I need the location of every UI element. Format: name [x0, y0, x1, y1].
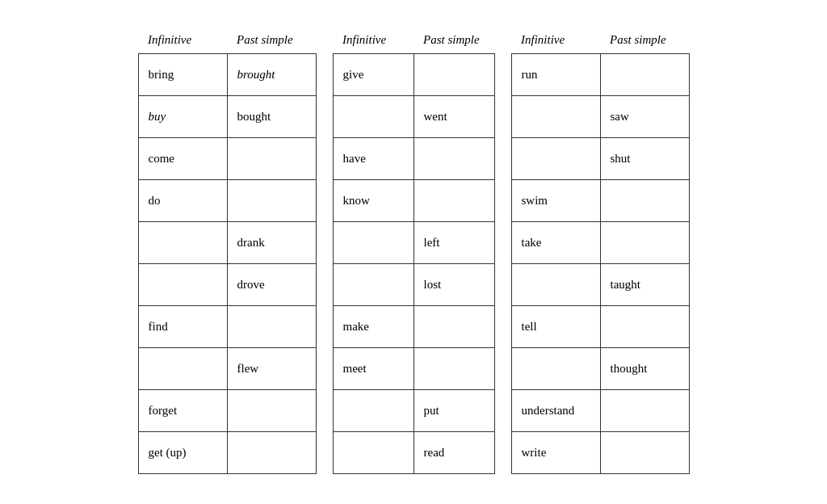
past-simple-cell: flew [227, 348, 316, 390]
table-row: put [333, 390, 494, 432]
past-simple-cell [227, 180, 316, 222]
table-row: bringbrought [138, 54, 316, 96]
table-row: read [333, 432, 494, 474]
infinitive-cell: come [138, 138, 227, 180]
table-row: buybought [138, 96, 316, 138]
past-simple-cell [600, 306, 689, 348]
table-row: flew [138, 348, 316, 390]
table-row: lost [333, 264, 494, 306]
past-simple-cell [227, 432, 316, 474]
infinitive-cell [333, 96, 414, 138]
table-row: taught [511, 264, 689, 306]
infinitive-cell: make [333, 306, 414, 348]
infinitive-cell: run [511, 54, 600, 96]
infinitive-cell: know [333, 180, 414, 222]
infinitive-cell: swim [511, 180, 600, 222]
table-row: went [333, 96, 494, 138]
table-row: swim [511, 180, 689, 222]
past-simple-cell: shut [600, 138, 689, 180]
past-simple-cell: drove [227, 264, 316, 306]
infinitive-cell [333, 390, 414, 432]
table-row: left [333, 222, 494, 264]
page-container: Infinitive Past simple bringbroughtbuybo… [0, 14, 827, 490]
table-row: shut [511, 138, 689, 180]
infinitive-cell [138, 222, 227, 264]
past-simple-cell: bought [227, 96, 316, 138]
table-row: drove [138, 264, 316, 306]
table-row: get (up) [138, 432, 316, 474]
past-simple-cell [600, 432, 689, 474]
past-simple-cell: read [414, 432, 494, 474]
infinitive-cell [333, 432, 414, 474]
infinitive-cell: give [333, 54, 414, 96]
infinitive-cell: find [138, 306, 227, 348]
verb-table-2: Infinitive Past simple givewenthaveknowl… [333, 30, 495, 474]
past-simple-cell: left [414, 222, 494, 264]
header-infinitive-3: Infinitive [511, 30, 600, 54]
table-row: make [333, 306, 494, 348]
infinitive-cell: do [138, 180, 227, 222]
past-simple-cell [227, 138, 316, 180]
infinitive-cell: take [511, 222, 600, 264]
past-simple-cell [600, 180, 689, 222]
table-row: saw [511, 96, 689, 138]
past-simple-cell: taught [600, 264, 689, 306]
infinitive-cell: buy [138, 96, 227, 138]
header-past-2: Past simple [414, 30, 494, 54]
past-simple-cell [600, 390, 689, 432]
infinitive-cell: get (up) [138, 432, 227, 474]
verb-table-1: Infinitive Past simple bringbroughtbuybo… [138, 30, 317, 474]
table-row: do [138, 180, 316, 222]
past-simple-cell [414, 138, 494, 180]
past-simple-cell: thought [600, 348, 689, 390]
past-simple-cell: saw [600, 96, 689, 138]
table-row: come [138, 138, 316, 180]
infinitive-cell: meet [333, 348, 414, 390]
past-simple-cell [414, 54, 494, 96]
past-simple-cell [600, 54, 689, 96]
table-row: tell [511, 306, 689, 348]
past-simple-cell: brought [227, 54, 316, 96]
past-simple-cell: put [414, 390, 494, 432]
infinitive-cell: bring [138, 54, 227, 96]
past-simple-cell: drank [227, 222, 316, 264]
table-row: run [511, 54, 689, 96]
header-past-1: Past simple [227, 30, 316, 54]
table-row: thought [511, 348, 689, 390]
infinitive-cell: forget [138, 390, 227, 432]
table-row: give [333, 54, 494, 96]
infinitive-cell: write [511, 432, 600, 474]
header-infinitive-1: Infinitive [138, 30, 227, 54]
infinitive-cell: have [333, 138, 414, 180]
table-row: meet [333, 348, 494, 390]
table-row: know [333, 180, 494, 222]
infinitive-cell [333, 222, 414, 264]
infinitive-cell: tell [511, 306, 600, 348]
past-simple-cell [227, 390, 316, 432]
infinitive-cell [333, 264, 414, 306]
table-row: write [511, 432, 689, 474]
verb-table-3: Infinitive Past simple runsawshutswimtak… [511, 30, 690, 474]
past-simple-cell: went [414, 96, 494, 138]
past-simple-cell [414, 180, 494, 222]
table-row: find [138, 306, 316, 348]
infinitive-cell [511, 264, 600, 306]
infinitive-cell [511, 96, 600, 138]
table-row: drank [138, 222, 316, 264]
infinitive-cell [138, 348, 227, 390]
table-row: have [333, 138, 494, 180]
table-row: take [511, 222, 689, 264]
infinitive-cell [511, 138, 600, 180]
tables-wrapper: Infinitive Past simple bringbroughtbuybo… [24, 30, 803, 474]
infinitive-cell [511, 348, 600, 390]
past-simple-cell [600, 222, 689, 264]
infinitive-cell: understand [511, 390, 600, 432]
table-row: understand [511, 390, 689, 432]
past-simple-cell [227, 306, 316, 348]
header-past-3: Past simple [600, 30, 689, 54]
past-simple-cell [414, 348, 494, 390]
past-simple-cell: lost [414, 264, 494, 306]
table-row: forget [138, 390, 316, 432]
past-simple-cell [414, 306, 494, 348]
infinitive-cell [138, 264, 227, 306]
